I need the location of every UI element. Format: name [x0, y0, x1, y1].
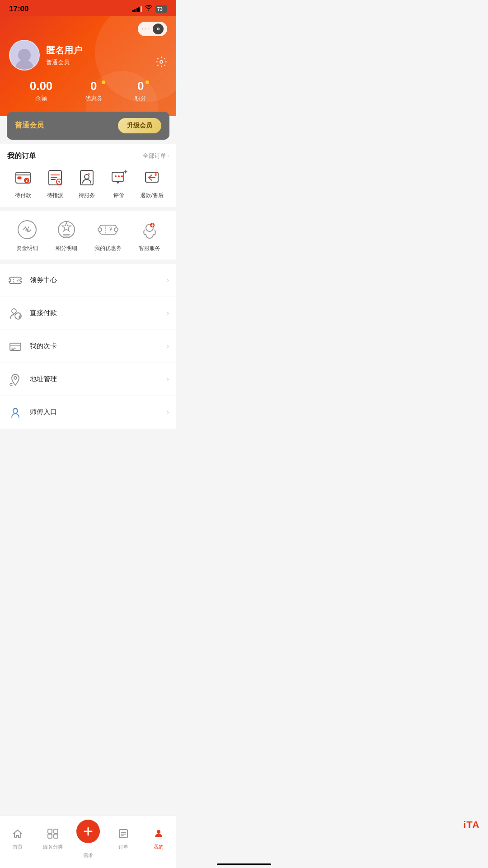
order-label-pending-assign: 待指派 [47, 192, 63, 199]
orders-section: 我的订单 全部订单 › ¥ 待付款 [0, 144, 176, 207]
status-bar: 17:00 73 [0, 0, 176, 16]
stat-points[interactable]: 0 积分 [135, 80, 146, 103]
stat-coupon[interactable]: 0 优惠券 [85, 80, 103, 103]
chevron-coupon-center: › [167, 276, 169, 284]
order-label-pending-payment: 待付款 [15, 192, 31, 199]
svg-point-1 [158, 28, 159, 30]
member-level-text: 普通会员 [15, 121, 44, 130]
username: 匿名用户 [46, 44, 167, 57]
eye-icon [153, 24, 164, 34]
order-item-refund[interactable]: ¥ 退款/售后 [140, 167, 163, 199]
member-banner: 普通会员 升级会员 [7, 112, 169, 140]
svg-point-45 [14, 377, 17, 379]
order-item-pending-assign[interactable]: 待指派 [45, 167, 66, 199]
order-item-review[interactable]: ✦ 评价 [108, 167, 129, 199]
menu-label-coupon-center: 领券中心 [30, 276, 167, 284]
customer-service-icon [138, 218, 161, 241]
points-value: 0 [135, 80, 146, 93]
svg-point-35 [20, 279, 22, 282]
direct-pay-icon: ¥ [7, 305, 23, 321]
points-detail-icon [55, 218, 78, 241]
upgrade-button[interactable]: 升级会员 [118, 118, 161, 133]
service-label-fund: 资金明细 [16, 245, 38, 252]
svg-point-0 [157, 28, 160, 30]
order-icons-row: ¥ 待付款 待指派 [7, 167, 169, 199]
menu-label-my-card: 我的次卡 [30, 342, 167, 350]
menu-address[interactable]: 地址管理 › [0, 363, 176, 396]
refund-icon: ¥ [141, 167, 162, 188]
order-item-pending-service[interactable]: 待服务 [76, 167, 97, 199]
chevron-master-entry: › [167, 408, 169, 416]
avatar-body [15, 60, 33, 70]
menu-direct-pay[interactable]: ¥ 直接付款 › [0, 297, 176, 330]
svg-rect-4 [18, 177, 21, 179]
order-label-refund: 退款/售后 [140, 192, 163, 199]
status-icons: 73 [132, 5, 167, 13]
stat-balance[interactable]: 0.00 余额 [30, 80, 53, 103]
chevron-right-icon: › [167, 153, 169, 159]
header-top: ··· [9, 22, 167, 36]
settings-icon[interactable] [155, 56, 167, 71]
service-coupon[interactable]: ¥ 我的优惠券 [94, 218, 122, 252]
menu-coupon-center[interactable]: ¥ 领券中心 › [0, 264, 176, 297]
svg-point-2 [160, 61, 163, 63]
user-row: 匿名用户 普通会员 [9, 40, 167, 71]
all-orders-link[interactable]: 全部订单 › [143, 152, 169, 160]
points-dot [145, 80, 149, 84]
menu-my-card[interactable]: 我的次卡 › [0, 330, 176, 363]
menu-label-direct-pay: 直接付款 [30, 309, 167, 317]
service-label-points: 积分明细 [56, 245, 77, 252]
pending-service-icon [76, 167, 97, 188]
user-info: 匿名用户 普通会员 [46, 44, 167, 66]
balance-label: 余额 [30, 94, 53, 103]
stats-row: 0.00 余额 0 优惠券 0 积分 [9, 80, 167, 103]
chevron-my-card: › [167, 342, 169, 350]
my-card-icon [7, 338, 23, 354]
chevron-address: › [167, 375, 169, 383]
points-label: 积分 [135, 94, 146, 103]
pending-assign-icon [45, 167, 66, 188]
coupon-value: 0 [85, 80, 103, 93]
svg-point-38 [12, 309, 16, 313]
avatar[interactable] [9, 40, 40, 71]
service-customer[interactable]: 客服服务 [138, 218, 161, 252]
fund-detail-icon: ¥ [16, 218, 38, 241]
service-label-coupon: 我的优惠券 [94, 245, 122, 252]
service-points-detail[interactable]: 积分明细 [55, 218, 78, 252]
orders-title: 我的订单 [7, 151, 36, 161]
my-coupon-icon: ¥ [97, 218, 119, 241]
svg-text:✦: ✦ [123, 169, 128, 175]
wifi-icon [145, 5, 153, 13]
pending-payment-icon: ¥ [13, 167, 33, 188]
menu-label-address: 地址管理 [30, 375, 167, 383]
review-icon: ✦ [108, 167, 129, 188]
menu-label-master-entry: 师傅入口 [30, 408, 167, 416]
status-time: 17:00 [9, 5, 28, 14]
svg-point-25 [58, 222, 75, 238]
address-icon [7, 371, 23, 387]
orders-header: 我的订单 全部订单 › [7, 151, 169, 161]
order-label-review: 评价 [113, 192, 124, 199]
member-level: 普通会员 [46, 58, 167, 66]
coupon-label: 优惠券 [85, 94, 103, 103]
svg-point-17 [115, 175, 117, 177]
order-item-pending-payment[interactable]: ¥ 待付款 [13, 167, 33, 199]
avatar-figure [14, 47, 34, 70]
order-label-pending-service: 待服务 [79, 192, 95, 199]
svg-point-18 [118, 175, 120, 177]
svg-point-27 [98, 228, 102, 231]
service-fund-detail[interactable]: ¥ 资金明细 [16, 218, 38, 252]
svg-text:¥: ¥ [155, 172, 157, 177]
chevron-direct-pay: › [167, 309, 169, 317]
header: ··· 匿名用户 普通会员 [0, 16, 176, 116]
svg-point-19 [121, 175, 123, 177]
toggle-dots: ··· [141, 25, 150, 33]
svg-text:¥: ¥ [26, 179, 28, 183]
balance-value: 0.00 [30, 80, 53, 93]
menu-master-entry[interactable]: 师傅入口 › [0, 396, 176, 429]
toggle-switch[interactable]: ··· [138, 22, 167, 36]
svg-text:¥: ¥ [16, 278, 19, 283]
coupon-center-icon: ¥ [7, 272, 23, 288]
signal-icon [132, 6, 142, 12]
service-icons-row: ¥ 资金明细 积分明细 [7, 218, 169, 252]
